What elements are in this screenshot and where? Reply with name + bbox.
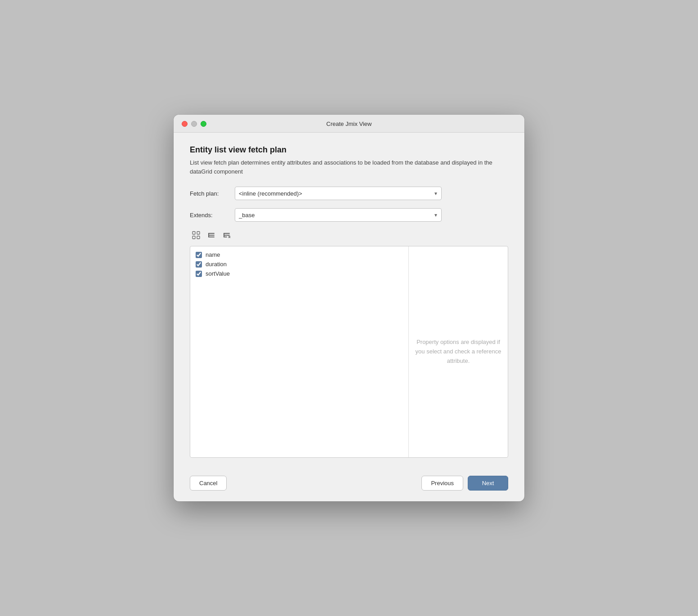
- next-button[interactable]: Next: [468, 476, 508, 491]
- property-hint: Property options are displayed if you se…: [414, 338, 502, 366]
- fetch-plan-label: Fetch plan:: [190, 190, 235, 197]
- tree-panel-container: name duration sortValue Property options…: [190, 246, 508, 458]
- svg-rect-4: [208, 233, 215, 234]
- svg-rect-5: [208, 235, 215, 236]
- fetch-plan-row: Fetch plan: <inline (recommended)>_base_…: [190, 187, 508, 200]
- dialog-content: Entity list view fetch plan List view fe…: [174, 133, 524, 469]
- extends-row: Extends: _base_local_minimal ▼: [190, 208, 508, 222]
- expand-all-icon: [192, 231, 200, 241]
- expand-all-button[interactable]: [190, 230, 202, 242]
- tree-toolbar: [190, 230, 508, 242]
- item-label-name: name: [206, 251, 220, 258]
- uncheck-all-button[interactable]: [220, 230, 233, 242]
- property-panel: Property options are displayed if you se…: [409, 246, 508, 457]
- svg-rect-1: [197, 232, 200, 234]
- item-checkbox-duration[interactable]: [196, 261, 202, 268]
- item-checkbox-name[interactable]: [196, 252, 202, 258]
- svg-rect-9: [224, 235, 230, 236]
- footer-right-buttons: Previous Next: [421, 476, 508, 491]
- svg-rect-3: [197, 236, 200, 239]
- list-item[interactable]: sortValue: [192, 269, 407, 278]
- svg-rect-6: [208, 237, 215, 237]
- section-description: List view fetch plan determines entity a…: [190, 158, 508, 176]
- svg-rect-2: [192, 236, 195, 239]
- svg-rect-11: [224, 233, 224, 237]
- window-title: Create Jmix View: [327, 121, 372, 127]
- item-label-sortvalue: sortValue: [206, 270, 230, 277]
- svg-rect-7: [208, 233, 209, 237]
- dialog-window: Create Jmix View Entity list view fetch …: [174, 115, 524, 501]
- close-button[interactable]: [182, 121, 188, 127]
- traffic-lights: [182, 121, 206, 127]
- title-bar: Create Jmix View: [174, 115, 524, 133]
- list-item[interactable]: duration: [192, 259, 407, 269]
- extends-select[interactable]: _base_local_minimal: [235, 208, 442, 222]
- section-title: Entity list view fetch plan: [190, 145, 508, 155]
- dialog-footer: Cancel Previous Next: [174, 469, 524, 501]
- tree-panel: name duration sortValue: [190, 246, 409, 457]
- previous-button[interactable]: Previous: [421, 476, 463, 491]
- extends-label: Extends:: [190, 212, 235, 219]
- item-checkbox-sortvalue[interactable]: [196, 271, 202, 277]
- list-item[interactable]: name: [192, 250, 407, 259]
- check-all-icon: [207, 231, 215, 241]
- svg-rect-0: [192, 232, 195, 234]
- item-label-duration: duration: [206, 261, 227, 268]
- cancel-button[interactable]: Cancel: [190, 476, 227, 491]
- uncheck-all-icon: [223, 231, 231, 241]
- fetch-plan-select-wrapper: <inline (recommended)>_base_local_minima…: [235, 187, 442, 200]
- minimize-button[interactable]: [191, 121, 197, 127]
- svg-rect-8: [224, 233, 230, 234]
- check-all-button[interactable]: [205, 230, 218, 242]
- extends-select-wrapper: _base_local_minimal ▼: [235, 208, 442, 222]
- maximize-button[interactable]: [201, 121, 206, 127]
- fetch-plan-select[interactable]: <inline (recommended)>_base_local_minima…: [235, 187, 442, 200]
